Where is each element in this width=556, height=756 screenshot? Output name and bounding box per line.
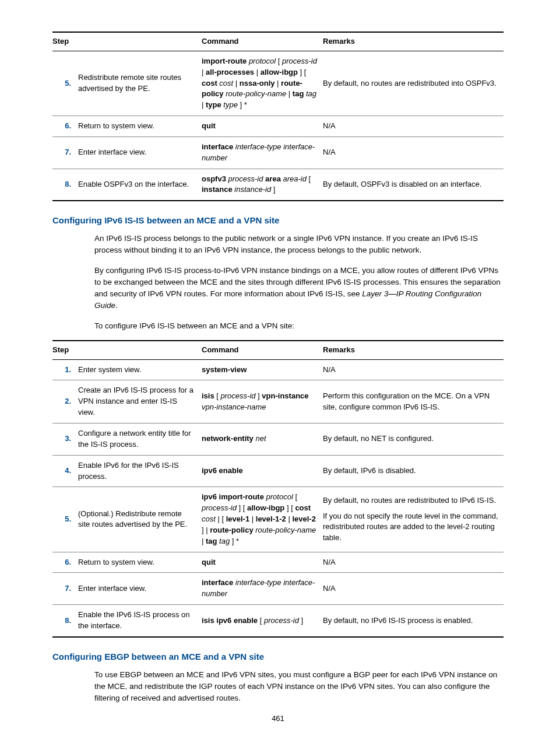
table-row: 6.Return to system view.quitN/A [52,552,504,573]
step-description: Enable OSPFv3 on the interface. [78,169,202,201]
step-number: 6. [52,116,78,137]
config-table-ospfv3: Step Command Remarks 5.Redistribute remo… [52,32,504,201]
remarks-cell: N/A [323,552,504,573]
col-command: Command [202,32,323,51]
step-description: Enter system view. [78,359,202,380]
command-cell: network-entity net [202,424,323,456]
table-row: 3.Configure a network entity title for t… [52,424,504,456]
step-number: 6. [52,552,78,573]
step-description: Return to system view. [78,552,202,573]
paragraph: By configuring IPv6 IS-IS process-to-IPv… [94,265,504,312]
col-step: Step [52,341,202,359]
table-row: 5.Redistribute remote site routes advert… [52,51,504,116]
table-row: 2.Create an IPv6 IS-IS process for a VPN… [52,380,504,424]
table-row: 5.(Optional.) Redistribute remote site r… [52,487,504,552]
remarks-cell: N/A [323,136,504,169]
step-description: Return to system view. [78,116,202,137]
step-description: Enable IPv6 for the IPv6 IS-IS process. [78,455,202,487]
table-row: 6.Return to system view.quitN/A [52,116,504,137]
remarks-cell: N/A [323,359,504,380]
step-description: (Optional.) Redistribute remote site rou… [78,487,202,552]
step-description: Enable the IPv6 IS-IS process on the int… [78,605,202,637]
step-number: 1. [52,359,78,380]
command-cell: quit [202,552,323,573]
paragraph: An IPv6 IS-IS process belongs to the pub… [94,233,504,257]
step-description: Redistribute remote site routes advertis… [78,51,202,116]
command-cell: system-view [202,359,323,380]
step-description: Enter interface view. [78,136,202,169]
section-heading-ebgp: Configuring EBGP between an MCE and a VP… [52,650,504,663]
page-number: 461 [52,713,504,724]
remarks-cell: By default, IPv6 is disabled. [323,455,504,487]
step-number: 3. [52,424,78,456]
remarks-cell: By default, OSPFv3 is disabled on an int… [323,169,504,201]
col-remarks: Remarks [323,341,504,359]
remarks-cell: N/A [323,116,504,137]
command-cell: ospfv3 process-id area area-id [ instanc… [202,169,323,201]
remarks-cell: N/A [323,573,504,605]
step-number: 7. [52,573,78,605]
command-cell: interface interface-type interface-numbe… [202,573,323,605]
section-heading-ipv6-isis: Configuring IPv6 IS-IS between an MCE an… [52,214,504,227]
command-cell: quit [202,116,323,137]
step-number: 5. [52,51,78,116]
command-cell: isis ipv6 enable [ process-id ] [202,605,323,637]
table-row: 7.Enter interface view.interface interfa… [52,136,504,169]
step-description: Enter interface view. [78,573,202,605]
step-number: 4. [52,455,78,487]
step-number: 8. [52,169,78,201]
command-cell: isis [ process-id ] vpn-instance vpn-ins… [202,380,323,424]
step-number: 2. [52,380,78,424]
remarks-cell: Perform this configuration on the MCE. O… [323,380,504,424]
step-number: 8. [52,605,78,637]
step-number: 7. [52,136,78,169]
command-cell: import-route protocol [ process-id | all… [202,51,323,116]
remarks-cell: By default, no routes are redistributed … [323,51,504,116]
config-table-ipv6-isis: Step Command Remarks 1.Enter system view… [52,340,504,638]
command-cell: ipv6 import-route protocol [ process-id … [202,487,323,552]
step-number: 5. [52,487,78,552]
table-row: 4.Enable IPv6 for the IPv6 IS-IS process… [52,455,504,487]
table-row: 7.Enter interface view.interface interfa… [52,573,504,605]
remarks-cell: By default, no NET is configured. [323,424,504,456]
command-cell: ipv6 enable [202,455,323,487]
remarks-cell: By default, no IPv6 IS-IS process is ena… [323,605,504,637]
col-step: Step [52,32,202,51]
paragraph: To configure IPv6 IS-IS between an MCE a… [94,320,504,332]
col-command: Command [202,341,323,359]
col-remarks: Remarks [323,32,504,51]
table-row: 8.Enable OSPFv3 on the interface.ospfv3 … [52,169,504,201]
command-cell: interface interface-type interface-numbe… [202,136,323,169]
table-row: 8.Enable the IPv6 IS-IS process on the i… [52,605,504,637]
step-description: Create an IPv6 IS-IS process for a VPN i… [78,380,202,424]
table-row: 1.Enter system view.system-viewN/A [52,359,504,380]
step-description: Configure a network entity title for the… [78,424,202,456]
paragraph: To use EBGP between an MCE and IPv6 VPN … [94,669,504,705]
remarks-cell: By default, no routes are redistributed … [323,487,504,552]
